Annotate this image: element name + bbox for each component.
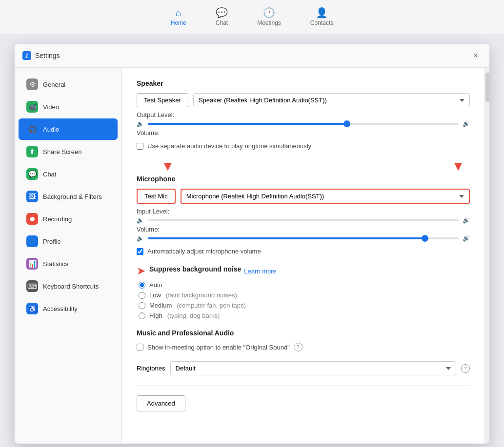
test-speaker-button[interactable]: Test Speaker bbox=[137, 93, 188, 107]
sidebar-label-chat: Chat bbox=[43, 171, 56, 178]
statistics-icon: 📊 bbox=[26, 258, 38, 270]
nav-label-home: Home bbox=[171, 19, 186, 26]
output-level-bar[interactable] bbox=[148, 123, 459, 125]
chat-icon: 💬 bbox=[216, 8, 228, 18]
mic-vol-min-icon: 🔈 bbox=[137, 235, 144, 242]
mic-device-select[interactable]: Microphone (Realtek High Definition Audi… bbox=[181, 189, 470, 204]
output-level-label: Output Level: bbox=[137, 111, 470, 118]
separate-audio-checkbox[interactable] bbox=[137, 143, 143, 150]
input-level-bar-container: 🔈 🔊 bbox=[137, 217, 470, 224]
nav-label-contacts: Contacts bbox=[310, 19, 333, 26]
keyboard-icon: ⌨ bbox=[26, 280, 38, 292]
sidebar: ⚙ General 📹 Video 🎧 Audio ⬆ Share Screen… bbox=[15, 68, 122, 444]
sidebar-label-keyboard: Keyboard Shortcuts bbox=[43, 283, 99, 290]
nav-label-meetings: Meetings bbox=[257, 19, 281, 26]
noise-low-desc: (faint background noises) bbox=[166, 292, 237, 299]
noise-option-medium: Medium (computer fan, pen taps) bbox=[139, 302, 470, 309]
sidebar-item-keyboard[interactable]: ⌨ Keyboard Shortcuts bbox=[19, 275, 118, 297]
output-level-bar-container: 🔈 🔊 bbox=[137, 120, 470, 127]
noise-high-desc: (typing, dog barks) bbox=[167, 312, 220, 319]
separate-audio-row: Use separate audio device to play ringto… bbox=[137, 142, 470, 150]
music-section: Music and Professional Audio Show in-mee… bbox=[137, 329, 470, 351]
sidebar-item-profile[interactable]: 👤 Profile bbox=[19, 231, 118, 252]
input-level-bar[interactable] bbox=[148, 219, 459, 221]
scrollbar[interactable] bbox=[484, 68, 489, 444]
noise-low-radio[interactable] bbox=[139, 292, 145, 299]
original-sound-checkbox[interactable] bbox=[137, 344, 143, 350]
audio-icon: 🎧 bbox=[26, 123, 38, 135]
auto-adjust-checkbox[interactable] bbox=[137, 248, 143, 255]
learn-more-link[interactable]: Learn more bbox=[244, 268, 276, 275]
sidebar-item-video[interactable]: 📹 Video bbox=[19, 96, 118, 117]
modal-area: Z Settings × ⚙ General 📹 Video 🎧 bbox=[0, 34, 504, 447]
volume-label: Volume: bbox=[137, 129, 470, 136]
sidebar-label-profile: Profile bbox=[43, 238, 61, 245]
sidebar-item-background[interactable]: 🖼 Background & Filters bbox=[19, 186, 118, 207]
speaker-header: Speaker bbox=[137, 79, 470, 87]
sidebar-item-recording[interactable]: ⏺ Recording bbox=[19, 208, 118, 230]
sidebar-item-share-screen[interactable]: ⬆ Share Screen bbox=[19, 141, 118, 162]
ringtones-select[interactable]: Default bbox=[170, 361, 456, 375]
sidebar-label-statistics: Statistics bbox=[43, 260, 68, 268]
general-icon: ⚙ bbox=[26, 78, 38, 90]
top-navigation: ⌂ Home 💬 Chat 🕐 Meetings 👤 Contacts bbox=[0, 0, 504, 34]
sidebar-item-audio[interactable]: 🎧 Audio bbox=[19, 118, 118, 140]
nav-item-contacts[interactable]: 👤 Contacts bbox=[310, 8, 333, 26]
advanced-button[interactable]: Advanced bbox=[137, 395, 185, 411]
speaker-row: Test Speaker Speaker (Realtek High Defin… bbox=[137, 93, 470, 107]
sidebar-label-video: Video bbox=[43, 103, 59, 111]
scrollbar-thumb[interactable] bbox=[485, 73, 489, 102]
original-sound-help-icon[interactable]: ? bbox=[294, 343, 302, 351]
auto-adjust-label: Automatically adjust microphone volume bbox=[147, 248, 261, 255]
sidebar-label-general: General bbox=[43, 81, 65, 88]
noise-option-low: Low (faint background noises) bbox=[139, 292, 470, 299]
music-header: Music and Professional Audio bbox=[137, 329, 470, 337]
noise-auto-radio[interactable] bbox=[139, 282, 145, 289]
noise-low-label: Low bbox=[149, 292, 161, 299]
volume-max-icon: 🔊 bbox=[463, 120, 470, 127]
ringtones-help-icon[interactable]: ? bbox=[461, 364, 470, 373]
sidebar-label-recording: Recording bbox=[43, 215, 72, 223]
noise-option-high: High (typing, dog barks) bbox=[139, 312, 470, 319]
microphone-section: Microphone Test Mic Microphone (Realtek … bbox=[137, 175, 470, 255]
sidebar-item-statistics[interactable]: 📊 Statistics bbox=[19, 253, 118, 274]
sidebar-item-chat[interactable]: 💬 Chat bbox=[19, 163, 118, 185]
nav-item-home[interactable]: ⌂ Home bbox=[171, 8, 186, 26]
recording-icon: ⏺ bbox=[26, 213, 38, 225]
accessibility-icon: ♿ bbox=[26, 303, 38, 314]
noise-option-auto: Auto bbox=[139, 281, 470, 289]
sidebar-item-general[interactable]: ⚙ General bbox=[19, 74, 118, 95]
arrow-down-mic-button: ▼ bbox=[161, 159, 175, 173]
mic-volume-bar[interactable] bbox=[148, 237, 459, 239]
nav-item-meetings[interactable]: 🕐 Meetings bbox=[257, 8, 281, 26]
mic-volume-thumb bbox=[422, 235, 428, 242]
output-level-thumb bbox=[343, 120, 350, 127]
mic-row: Test Mic Microphone (Realtek High Defini… bbox=[137, 189, 470, 204]
test-mic-button[interactable]: Test Mic bbox=[137, 189, 176, 204]
noise-medium-desc: (computer fan, pen taps) bbox=[177, 302, 246, 309]
speaker-device-select[interactable]: Speaker (Realtek High Definition Audio(S… bbox=[193, 93, 470, 107]
noise-high-label: High bbox=[149, 312, 162, 319]
zoom-logo: Z bbox=[22, 51, 31, 60]
speaker-section: Speaker Test Speaker Speaker (Realtek Hi… bbox=[137, 79, 470, 150]
mic-vol-max-icon: 🔊 bbox=[463, 235, 470, 242]
sidebar-label-accessibility: Accessibility bbox=[43, 305, 78, 312]
auto-adjust-row: Automatically adjust microphone volume bbox=[137, 248, 470, 255]
meetings-icon: 🕐 bbox=[263, 8, 275, 18]
title-bar: Z Settings × bbox=[15, 44, 489, 68]
close-button[interactable]: × bbox=[470, 50, 482, 61]
nav-item-chat[interactable]: 💬 Chat bbox=[216, 8, 228, 26]
noise-high-radio[interactable] bbox=[139, 312, 145, 319]
profile-icon: 👤 bbox=[26, 235, 38, 247]
arrow-down-mic-dropdown: ▼ bbox=[451, 159, 465, 173]
sidebar-item-accessibility[interactable]: ♿ Accessibility bbox=[19, 298, 118, 319]
input-level-label: Input Level: bbox=[137, 208, 470, 215]
suppress-section: ➤ Suppress background noise Learn more A… bbox=[137, 265, 470, 319]
mic-volume-bar-container: 🔈 🔊 bbox=[137, 235, 470, 242]
nav-label-chat: Chat bbox=[216, 19, 228, 26]
output-level-fill bbox=[148, 123, 350, 125]
noise-medium-radio[interactable] bbox=[139, 302, 145, 309]
original-sound-row: Show in-meeting option to enable "Origin… bbox=[137, 343, 470, 351]
share-screen-icon: ⬆ bbox=[26, 146, 38, 157]
mic-volume-max-icon: 🔊 bbox=[463, 217, 470, 224]
